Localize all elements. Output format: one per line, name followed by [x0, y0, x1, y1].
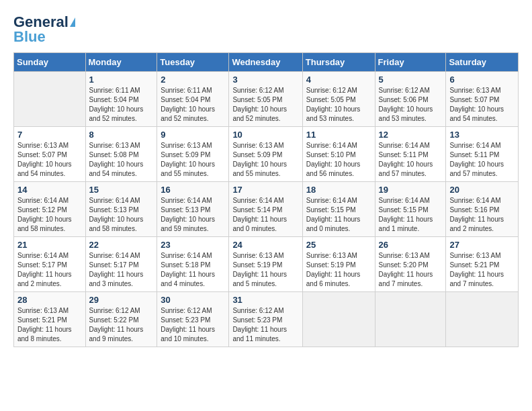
day-cell: 23Sunrise: 6:14 AMSunset: 5:18 PMDayligh… [157, 237, 229, 292]
day-detail: Sunrise: 6:14 AMSunset: 5:15 PMDaylight:… [379, 196, 443, 234]
day-number: 23 [161, 240, 225, 250]
day-detail: Sunrise: 6:12 AMSunset: 5:23 PMDaylight:… [161, 306, 225, 344]
day-cell [375, 292, 446, 347]
day-number: 5 [379, 75, 443, 85]
day-detail: Sunrise: 6:14 AMSunset: 5:10 PMDaylight:… [306, 141, 371, 179]
day-detail: Sunrise: 6:14 AMSunset: 5:14 PMDaylight:… [232, 196, 298, 234]
day-number: 6 [449, 75, 515, 85]
day-cell: 9Sunrise: 6:13 AMSunset: 5:09 PMDaylight… [157, 127, 229, 182]
day-detail: Sunrise: 6:14 AMSunset: 5:17 PMDaylight:… [17, 251, 82, 289]
day-detail: Sunrise: 6:14 AMSunset: 5:11 PMDaylight:… [449, 141, 515, 179]
day-detail: Sunrise: 6:14 AMSunset: 5:15 PMDaylight:… [306, 196, 371, 234]
day-detail: Sunrise: 6:14 AMSunset: 5:13 PMDaylight:… [89, 196, 154, 234]
day-number: 11 [306, 130, 371, 140]
header-cell-thursday: Thursday [302, 53, 375, 72]
day-number: 15 [89, 185, 154, 195]
day-detail: Sunrise: 6:12 AMSunset: 5:22 PMDaylight:… [89, 306, 154, 344]
day-detail: Sunrise: 6:14 AMSunset: 5:18 PMDaylight:… [161, 251, 225, 289]
day-cell: 30Sunrise: 6:12 AMSunset: 5:23 PMDayligh… [157, 292, 229, 347]
day-cell: 12Sunrise: 6:14 AMSunset: 5:11 PMDayligh… [375, 127, 446, 182]
day-detail: Sunrise: 6:13 AMSunset: 5:09 PMDaylight:… [232, 141, 298, 179]
day-cell: 29Sunrise: 6:12 AMSunset: 5:22 PMDayligh… [85, 292, 157, 347]
day-detail: Sunrise: 6:13 AMSunset: 5:21 PMDaylight:… [17, 306, 82, 344]
day-number: 26 [379, 240, 443, 250]
day-detail: Sunrise: 6:14 AMSunset: 5:12 PMDaylight:… [17, 196, 82, 234]
day-number: 4 [306, 75, 371, 85]
day-cell: 27Sunrise: 6:13 AMSunset: 5:21 PMDayligh… [446, 237, 519, 292]
day-detail: Sunrise: 6:13 AMSunset: 5:09 PMDaylight:… [161, 141, 225, 179]
day-cell: 15Sunrise: 6:14 AMSunset: 5:13 PMDayligh… [85, 182, 157, 237]
day-cell: 21Sunrise: 6:14 AMSunset: 5:17 PMDayligh… [14, 237, 86, 292]
day-cell: 6Sunrise: 6:13 AMSunset: 5:07 PMDaylight… [446, 72, 519, 127]
day-number: 18 [306, 185, 371, 195]
day-detail: Sunrise: 6:14 AMSunset: 5:17 PMDaylight:… [89, 251, 154, 289]
header-cell-friday: Friday [375, 53, 446, 72]
week-row-1: 1Sunrise: 6:11 AMSunset: 5:04 PMDaylight… [14, 72, 519, 127]
day-detail: Sunrise: 6:13 AMSunset: 5:19 PMDaylight:… [306, 251, 371, 289]
week-row-3: 14Sunrise: 6:14 AMSunset: 5:12 PMDayligh… [14, 182, 519, 237]
day-cell: 8Sunrise: 6:13 AMSunset: 5:08 PMDaylight… [85, 127, 157, 182]
day-number: 30 [161, 295, 225, 305]
day-number: 16 [161, 185, 225, 195]
day-detail: Sunrise: 6:12 AMSunset: 5:05 PMDaylight:… [306, 86, 371, 124]
day-cell [14, 72, 86, 127]
day-cell: 3Sunrise: 6:12 AMSunset: 5:05 PMDaylight… [229, 72, 302, 127]
day-number: 20 [449, 185, 515, 195]
day-number: 8 [89, 130, 154, 140]
day-number: 31 [232, 295, 298, 305]
calendar-table: SundayMondayTuesdayWednesdayThursdayFrid… [13, 52, 519, 347]
day-cell [302, 292, 375, 347]
day-detail: Sunrise: 6:12 AMSunset: 5:23 PMDaylight:… [232, 306, 298, 344]
day-number: 28 [17, 295, 82, 305]
day-number: 7 [17, 130, 82, 140]
day-cell: 31Sunrise: 6:12 AMSunset: 5:23 PMDayligh… [229, 292, 302, 347]
day-cell [446, 292, 519, 347]
header-cell-saturday: Saturday [446, 53, 519, 72]
day-number: 17 [232, 185, 298, 195]
day-detail: Sunrise: 6:13 AMSunset: 5:19 PMDaylight:… [232, 251, 298, 289]
day-number: 14 [17, 185, 82, 195]
day-detail: Sunrise: 6:14 AMSunset: 5:13 PMDaylight:… [161, 196, 225, 234]
day-cell: 25Sunrise: 6:13 AMSunset: 5:19 PMDayligh… [302, 237, 375, 292]
day-cell: 5Sunrise: 6:12 AMSunset: 5:06 PMDaylight… [375, 72, 446, 127]
day-cell: 7Sunrise: 6:13 AMSunset: 5:07 PMDaylight… [14, 127, 86, 182]
day-cell: 2Sunrise: 6:11 AMSunset: 5:04 PMDaylight… [157, 72, 229, 127]
day-detail: Sunrise: 6:13 AMSunset: 5:21 PMDaylight:… [449, 251, 515, 289]
day-detail: Sunrise: 6:13 AMSunset: 5:07 PMDaylight:… [17, 141, 82, 179]
day-number: 29 [89, 295, 154, 305]
day-detail: Sunrise: 6:14 AMSunset: 5:16 PMDaylight:… [449, 196, 515, 234]
day-cell: 24Sunrise: 6:13 AMSunset: 5:19 PMDayligh… [229, 237, 302, 292]
week-row-2: 7Sunrise: 6:13 AMSunset: 5:07 PMDaylight… [14, 127, 519, 182]
header-cell-wednesday: Wednesday [229, 53, 302, 72]
day-detail: Sunrise: 6:13 AMSunset: 5:20 PMDaylight:… [379, 251, 443, 289]
day-number: 27 [449, 240, 515, 250]
day-detail: Sunrise: 6:12 AMSunset: 5:05 PMDaylight:… [232, 86, 298, 124]
day-cell: 28Sunrise: 6:13 AMSunset: 5:21 PMDayligh… [14, 292, 86, 347]
day-number: 1 [89, 75, 154, 85]
day-cell: 17Sunrise: 6:14 AMSunset: 5:14 PMDayligh… [229, 182, 302, 237]
day-number: 25 [306, 240, 371, 250]
day-number: 10 [232, 130, 298, 140]
day-cell: 13Sunrise: 6:14 AMSunset: 5:11 PMDayligh… [446, 127, 519, 182]
day-number: 19 [379, 185, 443, 195]
day-cell: 1Sunrise: 6:11 AMSunset: 5:04 PMDaylight… [85, 72, 157, 127]
week-row-4: 21Sunrise: 6:14 AMSunset: 5:17 PMDayligh… [14, 237, 519, 292]
day-cell: 16Sunrise: 6:14 AMSunset: 5:13 PMDayligh… [157, 182, 229, 237]
day-cell: 18Sunrise: 6:14 AMSunset: 5:15 PMDayligh… [302, 182, 375, 237]
day-number: 3 [232, 75, 298, 85]
header-row: SundayMondayTuesdayWednesdayThursdayFrid… [14, 53, 519, 72]
day-number: 24 [232, 240, 298, 250]
logo-triangle-icon [70, 17, 75, 27]
logo: General Blue [13, 13, 75, 46]
day-detail: Sunrise: 6:11 AMSunset: 5:04 PMDaylight:… [161, 86, 225, 124]
day-cell: 22Sunrise: 6:14 AMSunset: 5:17 PMDayligh… [85, 237, 157, 292]
day-number: 9 [161, 130, 225, 140]
day-number: 13 [449, 130, 515, 140]
day-detail: Sunrise: 6:11 AMSunset: 5:04 PMDaylight:… [89, 86, 154, 124]
day-cell: 19Sunrise: 6:14 AMSunset: 5:15 PMDayligh… [375, 182, 446, 237]
header-cell-tuesday: Tuesday [157, 53, 229, 72]
day-cell: 10Sunrise: 6:13 AMSunset: 5:09 PMDayligh… [229, 127, 302, 182]
day-cell: 14Sunrise: 6:14 AMSunset: 5:12 PMDayligh… [14, 182, 86, 237]
day-detail: Sunrise: 6:12 AMSunset: 5:06 PMDaylight:… [379, 86, 443, 124]
day-detail: Sunrise: 6:14 AMSunset: 5:11 PMDaylight:… [379, 141, 443, 179]
